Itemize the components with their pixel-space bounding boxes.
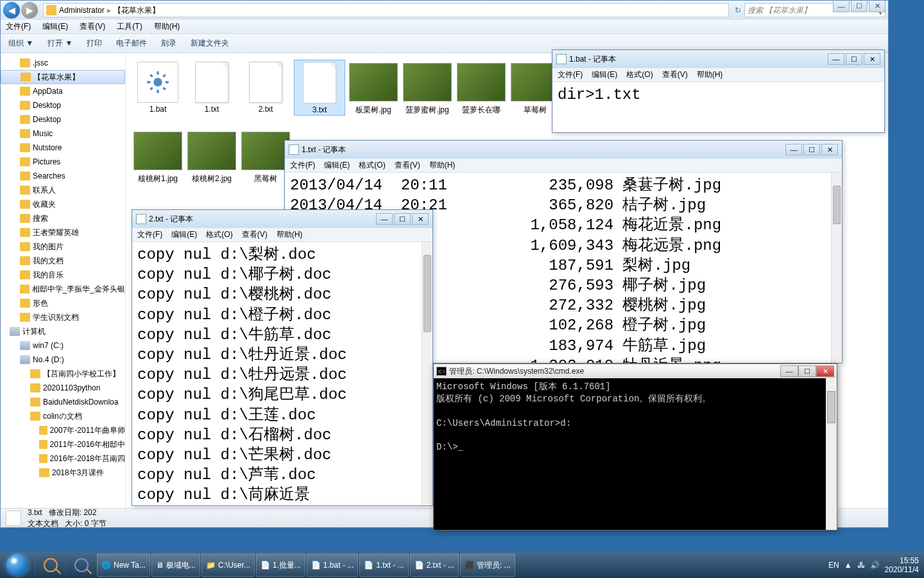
- file-item[interactable]: 黑莓树: [240, 128, 291, 184]
- taskbar-task[interactable]: 📄2.txt - ...: [410, 554, 459, 577]
- file-item[interactable]: 菠萝蜜树.jpg: [402, 60, 453, 116]
- sidebar-item[interactable]: 搜索: [1, 211, 125, 225]
- menu-item[interactable]: 格式(O): [206, 229, 232, 240]
- file-item[interactable]: 菠萝长在哪: [456, 60, 507, 116]
- close-button[interactable]: ✕: [816, 365, 834, 377]
- sidebar-item[interactable]: 2018年3月课件: [1, 466, 125, 480]
- sidebar-item[interactable]: No.4 (D:): [1, 353, 125, 367]
- sidebar-item[interactable]: Nutstore: [1, 141, 125, 155]
- sidebar-item[interactable]: win7 (C:): [1, 338, 125, 353]
- toolbar-item[interactable]: 电子邮件: [116, 38, 147, 49]
- sidebar-item[interactable]: Desktop: [1, 112, 125, 127]
- tray-language[interactable]: EN: [828, 561, 839, 570]
- maximize-button[interactable]: ☐: [803, 144, 820, 155]
- sidebar-item[interactable]: 学生识别文档: [1, 310, 125, 324]
- file-item[interactable]: 1.bat: [132, 60, 184, 116]
- sidebar-item[interactable]: 我的音乐: [1, 268, 125, 282]
- close-button[interactable]: ✕: [821, 144, 838, 155]
- cmd-content[interactable]: Microsoft Windows [版本 6.1.7601] 版权所有 (c)…: [434, 378, 837, 456]
- file-item[interactable]: 2.txt: [240, 60, 291, 116]
- notepad-content[interactable]: dir>1.txt: [552, 82, 884, 132]
- sidebar-item[interactable]: 联系人: [1, 183, 125, 197]
- maximize-button[interactable]: ☐: [846, 53, 862, 65]
- menu-item[interactable]: 查看(V): [80, 21, 105, 32]
- start-button[interactable]: [0, 552, 35, 578]
- sidebar-item[interactable]: 【花草水果】: [1, 70, 125, 84]
- sidebar-item[interactable]: AppData: [1, 84, 125, 98]
- breadcrumb[interactable]: Administrator ▸ 【花草水果】: [43, 3, 729, 17]
- sidebar-item[interactable]: 我的文档: [1, 254, 125, 268]
- taskbar-task[interactable]: 📄1.批量...: [256, 554, 305, 577]
- menu-item[interactable]: 帮助(H): [277, 229, 303, 240]
- notepad-titlebar[interactable]: 2.txt - 记事本 — ☐ ✕: [132, 210, 432, 228]
- taskbar-task[interactable]: 📄1.bat - ...: [307, 554, 358, 577]
- system-tray[interactable]: EN ▲ 🖧 🔊 15:55 2020/11/4: [828, 556, 924, 575]
- notepad-titlebar[interactable]: 1.txt - 记事本 — ☐ ✕: [285, 141, 842, 159]
- menu-item[interactable]: 文件(F): [6, 21, 31, 32]
- taskbar-task[interactable]: ⬛管理员: ...: [460, 554, 515, 577]
- refresh-button[interactable]: ↻: [732, 6, 744, 15]
- maximize-button[interactable]: ☐: [851, 1, 868, 12]
- menu-item[interactable]: 查看(V): [662, 69, 688, 80]
- menu-item[interactable]: 文件(F): [137, 229, 162, 240]
- menu-item[interactable]: 文件(F): [290, 160, 315, 171]
- taskbar-search-icon[interactable]: [35, 554, 65, 577]
- file-item[interactable]: 3.txt: [294, 60, 345, 116]
- cmd-titlebar[interactable]: C:\ 管理员: C:\Windows\system32\cmd.exe — ☐…: [434, 364, 837, 378]
- menu-item[interactable]: 工具(T): [117, 21, 142, 32]
- menu-item[interactable]: 编辑(E): [42, 21, 68, 32]
- minimize-button[interactable]: —: [780, 365, 798, 377]
- toolbar-item[interactable]: 打开 ▼: [47, 38, 73, 49]
- menu-item[interactable]: 查看(V): [242, 229, 268, 240]
- close-button[interactable]: ✕: [412, 213, 429, 225]
- maximize-button[interactable]: ☐: [798, 365, 816, 377]
- sidebar-item[interactable]: Desktop: [1, 98, 125, 112]
- toolbar-item[interactable]: 刻录: [161, 38, 176, 49]
- minimize-button[interactable]: —: [785, 144, 802, 155]
- sidebar-item[interactable]: Searches: [1, 169, 125, 183]
- sidebar-item[interactable]: 20201103python: [1, 381, 125, 395]
- scrollbar[interactable]: [422, 242, 432, 505]
- menu-item[interactable]: 格式(O): [359, 160, 385, 171]
- toolbar-item[interactable]: 新建文件夹: [191, 38, 229, 49]
- notepad-titlebar[interactable]: 1.bat - 记事本 — ☐ ✕: [552, 50, 884, 68]
- sidebar-item[interactable]: BaiduNetdiskDownloa: [1, 395, 125, 409]
- file-item[interactable]: 核桃树1.jpg: [132, 128, 184, 184]
- menu-item[interactable]: 帮助(H): [429, 160, 456, 171]
- sidebar-item[interactable]: 2011年-2016年相邸中: [1, 437, 125, 451]
- toolbar-item[interactable]: 打印: [87, 38, 102, 49]
- scrollbar[interactable]: [826, 378, 837, 530]
- nav-back-button[interactable]: ◀: [3, 2, 20, 19]
- sidebar-item[interactable]: Music: [1, 127, 125, 141]
- file-item[interactable]: 1.txt: [186, 60, 237, 116]
- menu-item[interactable]: 编辑(E): [171, 229, 197, 240]
- sidebar-item[interactable]: Pictures: [1, 155, 125, 169]
- menu-item[interactable]: 帮助(H): [154, 21, 180, 32]
- close-button[interactable]: ✕: [869, 1, 886, 12]
- menu-item[interactable]: 编辑(E): [324, 160, 350, 171]
- taskbar-task[interactable]: 📄1.txt - ...: [359, 554, 408, 577]
- notepad-content[interactable]: copy nul d:\梨树.doc copy nul d:\椰子树.doc c…: [132, 242, 432, 505]
- menu-item[interactable]: 查看(V): [395, 160, 420, 171]
- menu-item[interactable]: 编辑(E): [592, 69, 617, 80]
- sidebar-item[interactable]: 我的图片: [1, 240, 125, 254]
- minimize-button[interactable]: —: [828, 53, 844, 65]
- maximize-button[interactable]: ☐: [394, 213, 411, 225]
- sidebar-item[interactable]: colinの文档: [1, 409, 125, 423]
- tray-volume-icon[interactable]: 🔊: [870, 561, 880, 570]
- taskbar-task[interactable]: 🖥极域电...: [151, 554, 200, 577]
- close-button[interactable]: ✕: [864, 53, 880, 65]
- sidebar-item[interactable]: 形色: [1, 296, 125, 310]
- menu-item[interactable]: 格式(O): [626, 69, 653, 80]
- sidebar-item[interactable]: .jssc: [1, 56, 125, 70]
- sidebar-item[interactable]: 王者荣耀英雄: [1, 225, 125, 240]
- nav-forward-button[interactable]: ▶: [21, 2, 38, 19]
- sidebar-item[interactable]: 相邸中学_李振华_金斧头银: [1, 282, 125, 296]
- toolbar-item[interactable]: 组织 ▼: [8, 38, 33, 49]
- explorer-sidebar[interactable]: .jssc【花草水果】AppDataDesktopDesktopMusicNut…: [1, 53, 126, 508]
- tray-icon[interactable]: ▲: [844, 561, 852, 570]
- menu-item[interactable]: 帮助(H): [697, 69, 723, 80]
- sidebar-item[interactable]: 2007年-2011年曲阜师: [1, 423, 125, 437]
- taskbar-task[interactable]: 📁C:\User...: [201, 554, 255, 577]
- file-item[interactable]: 核桃树2.jpg: [186, 128, 237, 184]
